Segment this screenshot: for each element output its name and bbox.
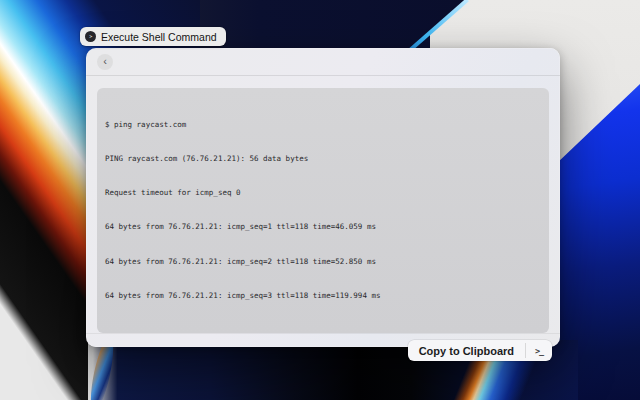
copy-to-clipboard-button[interactable]: Copy to Clipboard >_ bbox=[408, 340, 552, 361]
execute-shell-command-window: ‹ $ ping raycast.com PING raycast.com (7… bbox=[86, 48, 560, 347]
execute-shell-command-tooltip: > Execute Shell Command bbox=[80, 27, 226, 46]
chevron-left-icon: ‹ bbox=[103, 56, 107, 67]
terminal-line: 64 bytes from 76.76.21.21: icmp_seq=3 tt… bbox=[105, 290, 541, 301]
terminal-line: 64 bytes from 76.76.21.21: icmp_seq=1 tt… bbox=[105, 221, 541, 232]
terminal-line: Request timeout for icmp_seq 0 bbox=[105, 187, 541, 198]
window-body: $ ping raycast.com PING raycast.com (76.… bbox=[86, 76, 560, 333]
terminal-output: $ ping raycast.com PING raycast.com (76.… bbox=[97, 88, 549, 333]
tooltip-label: Execute Shell Command bbox=[101, 31, 217, 43]
terminal-line: PING raycast.com (76.76.21.21): 56 data … bbox=[105, 153, 541, 164]
terminal-line: $ ping raycast.com bbox=[105, 119, 541, 130]
window-footer: Copy to Clipboard >_ bbox=[86, 333, 560, 367]
back-button[interactable]: ‹ bbox=[97, 54, 113, 70]
window-header: ‹ bbox=[86, 48, 560, 76]
copy-to-clipboard-label: Copy to Clipboard bbox=[408, 340, 525, 361]
terminal-line: 64 bytes from 76.76.21.21: icmp_seq=2 tt… bbox=[105, 256, 541, 267]
terminal-prompt-icon: >_ bbox=[526, 340, 552, 361]
terminal-icon: > bbox=[85, 31, 96, 42]
